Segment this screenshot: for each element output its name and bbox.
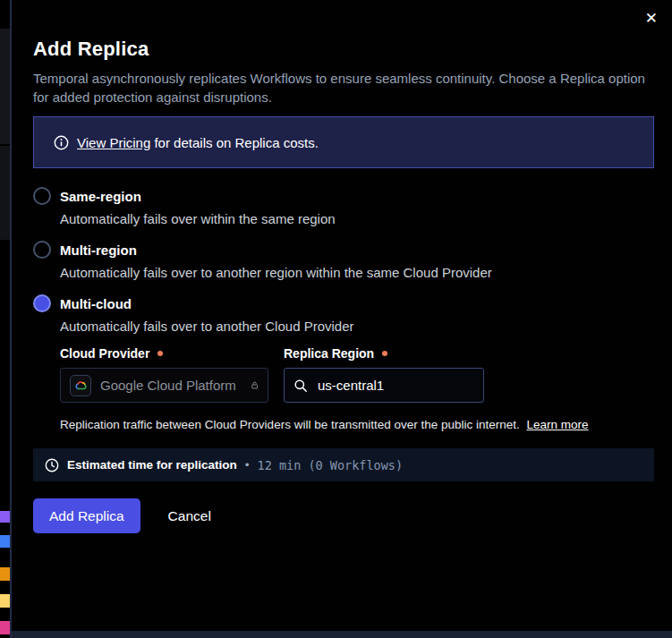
cloud-provider-value: Google Cloud Platform — [100, 378, 236, 393]
replica-option-group: Same-region Automatically fails over wit… — [33, 187, 654, 431]
cloud-provider-label: Cloud Provider — [60, 346, 268, 361]
gcp-logo-box — [70, 375, 91, 396]
radio-multi-region[interactable] — [33, 241, 51, 259]
cloud-provider-select[interactable]: Google Cloud Platform — [60, 368, 268, 403]
learn-more-link[interactable]: Learn more — [527, 418, 589, 431]
background-color-block-pink — [0, 621, 10, 634]
background-color-block-blue — [0, 535, 10, 548]
view-pricing-link[interactable]: View Pricing — [77, 135, 150, 150]
background-color-block-yellow — [0, 594, 10, 608]
note-text: Replication traffic between Cloud Provid… — [60, 418, 520, 431]
option-label: Multi-cloud — [60, 296, 132, 311]
add-replica-modal: ✕ Add Replica Temporal asynchronously re… — [12, 0, 672, 638]
background-color-block-orange — [0, 567, 10, 581]
option-label: Multi-region — [60, 242, 137, 258]
radio-multi-cloud[interactable] — [33, 294, 51, 312]
lock-icon — [251, 378, 259, 393]
required-dot — [157, 351, 163, 356]
estimate-separator: • — [245, 458, 250, 472]
estimate-banner: Estimated time for replication • 12 min … — [33, 448, 654, 481]
replica-region-input[interactable] — [316, 377, 459, 394]
option-same-region-row[interactable]: Same-region — [33, 187, 654, 205]
option-description: Automatically fails over within the same… — [60, 211, 654, 226]
cancel-button[interactable]: Cancel — [168, 508, 211, 524]
field-label-text: Cloud Provider — [60, 346, 149, 361]
background-row-block — [0, 146, 10, 240]
pricing-banner-text: View Pricing for details on Replica cost… — [77, 135, 319, 150]
clock-icon — [45, 458, 59, 472]
bottom-page-strip — [12, 631, 672, 638]
option-label: Same-region — [60, 189, 141, 204]
replica-region-label: Replica Region — [284, 346, 484, 361]
option-multi-region: Multi-region Automatically fails over to… — [33, 241, 654, 280]
background-row-block — [0, 29, 10, 144]
required-dot — [382, 351, 387, 356]
public-internet-note: Replication traffic between Cloud Provid… — [60, 418, 654, 431]
replica-region-field-group: Replica Region — [284, 346, 484, 403]
close-icon[interactable]: ✕ — [642, 7, 661, 30]
background-page-strip — [0, 0, 10, 638]
page-title: Add Replica — [33, 38, 654, 61]
modal-actions: Add Replica Cancel — [33, 498, 654, 533]
replica-region-search-field[interactable] — [284, 368, 484, 403]
option-description: Automatically fails over to another Clou… — [60, 319, 654, 334]
option-multi-region-row[interactable]: Multi-region — [33, 241, 654, 259]
search-icon — [293, 379, 308, 393]
info-icon — [54, 135, 69, 150]
field-label-text: Replica Region — [284, 346, 374, 361]
multi-cloud-form: Cloud Provider Google Cloud P — [60, 346, 654, 403]
option-description: Automatically fails over to another regi… — [60, 265, 654, 280]
cloud-provider-field-group: Cloud Provider Google Cloud P — [60, 346, 268, 403]
pricing-info-banner: View Pricing for details on Replica cost… — [33, 116, 654, 168]
option-multi-cloud: Multi-cloud Automatically fails over to … — [33, 294, 654, 431]
option-same-region: Same-region Automatically fails over wit… — [33, 187, 654, 226]
estimate-label: Estimated time for replication — [67, 458, 237, 472]
add-replica-button[interactable]: Add Replica — [33, 498, 140, 533]
background-color-block-purple — [0, 511, 10, 523]
google-cloud-icon — [74, 380, 88, 391]
pricing-banner-suffix: for details on Replica costs. — [154, 135, 318, 150]
radio-same-region[interactable] — [33, 187, 51, 205]
estimate-value: 12 min (0 Workflows) — [258, 458, 404, 472]
option-multi-cloud-row[interactable]: Multi-cloud — [33, 294, 654, 312]
modal-description: Temporal asynchronously replicates Workf… — [33, 69, 654, 106]
